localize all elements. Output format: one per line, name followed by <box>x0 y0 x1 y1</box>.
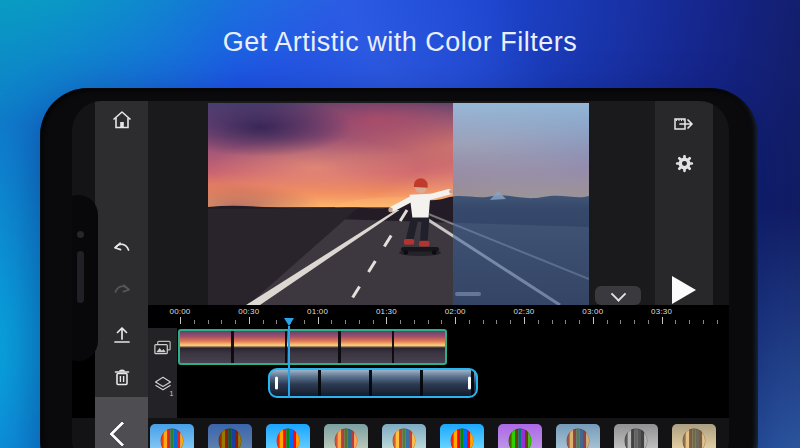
ruler-tick <box>703 320 704 324</box>
ruler-label: 03:00 <box>569 307 617 316</box>
ruler-tick <box>249 317 250 324</box>
ruler-label: 00:30 <box>225 307 273 316</box>
ruler-tick <box>318 317 319 324</box>
ruler-tick <box>634 320 635 324</box>
redo-button[interactable] <box>95 271 148 313</box>
balloon-thumbnail <box>208 424 252 448</box>
ruler-tick <box>620 320 621 324</box>
balloon-thumbnail <box>324 424 368 448</box>
chevron-down-icon <box>610 286 626 302</box>
filter-item[interactable]: Noir <box>614 424 658 448</box>
ruler-label: 00:00 <box>156 307 204 316</box>
ruler-tick <box>208 320 209 324</box>
balloon-thumbnail <box>614 424 658 448</box>
ruler-tick <box>510 320 511 324</box>
ruler-label: 01:30 <box>362 307 410 316</box>
overlay-clip[interactable] <box>268 368 478 398</box>
filter-item[interactable]: Ochre <box>672 424 716 448</box>
filter-item[interactable]: Memory <box>556 424 600 448</box>
phone-screen: 00:0000:3001:0001:3002:0002:3003:0003:30 <box>72 101 729 448</box>
ruler-tick <box>235 320 236 324</box>
home-icon <box>110 108 134 132</box>
filter-item[interactable]: Modern <box>440 424 484 448</box>
media-track-button[interactable] <box>152 328 173 367</box>
produce-export-icon <box>671 111 697 137</box>
filter-item[interactable]: Nostalgia <box>382 424 426 448</box>
filter-item[interactable]: Hippie <box>266 424 310 448</box>
front-camera <box>77 231 84 238</box>
ruler-tick <box>607 320 608 324</box>
clip-trim-handle-right[interactable] <box>468 377 471 390</box>
timeline: 00:0000:3001:0001:3002:0002:3003:0003:30 <box>72 305 729 418</box>
preview-area <box>148 101 655 305</box>
ruler-tick <box>662 317 663 324</box>
ruler-tick <box>455 317 456 324</box>
speaker-slot <box>77 251 84 303</box>
timeline-ruler[interactable]: 00:0000:3001:0001:3002:0002:3003:0003:30 <box>72 305 729 328</box>
ruler-tick <box>194 320 195 324</box>
filter-item[interactable]: Coffee <box>324 424 368 448</box>
ruler-tick <box>689 320 690 324</box>
undo-button[interactable] <box>95 229 148 271</box>
ruler-tick <box>524 317 525 324</box>
balloon-thumbnail <box>440 424 484 448</box>
filter-strip[interactable]: Crescent <box>148 418 729 448</box>
home-button[interactable] <box>95 101 148 141</box>
export-project-button[interactable] <box>95 314 148 356</box>
ruler-tick <box>593 317 594 324</box>
playhead[interactable] <box>284 318 294 398</box>
ruler-tick <box>441 320 442 324</box>
collapse-timeline-button[interactable] <box>595 286 641 305</box>
chevron-left-icon <box>109 421 134 446</box>
ruler-tick <box>552 320 553 324</box>
settings-gear-icon <box>673 152 696 175</box>
filter-item[interactable]: Matrix <box>498 424 542 448</box>
ruler-tick <box>304 320 305 324</box>
settings-button[interactable] <box>655 142 713 184</box>
filter-bar: Crescent <box>72 418 729 448</box>
overlay-track-button[interactable]: 1 <box>153 369 173 399</box>
export-project-icon <box>110 323 134 347</box>
ruler-label: 01:00 <box>294 307 342 316</box>
ruler-tick <box>276 320 277 324</box>
produce-button[interactable] <box>655 103 713 145</box>
filter-item[interactable]: Crescent <box>150 424 194 448</box>
balloon-thumbnail <box>556 424 600 448</box>
ruler-tick <box>373 320 374 324</box>
ruler-tick <box>538 320 539 324</box>
mini-scrubber <box>455 292 481 296</box>
filter-item[interactable]: Gloom <box>208 424 252 448</box>
ruler-tick <box>180 317 181 324</box>
right-toolbar <box>655 101 713 305</box>
ruler-tick <box>263 320 264 324</box>
ruler-tick <box>717 320 718 324</box>
track-header-column: 1 <box>148 328 177 418</box>
ruler-tick <box>483 320 484 324</box>
page-title: Get Artistic with Color Filters <box>0 27 800 58</box>
camera-notch <box>72 195 98 361</box>
ruler-tick <box>428 320 429 324</box>
play-icon <box>672 276 696 304</box>
ruler-tick <box>345 320 346 324</box>
balloon-thumbnail <box>382 424 426 448</box>
delete-button[interactable] <box>95 356 148 398</box>
ruler-tick <box>221 320 222 324</box>
balloon-thumbnail <box>672 424 716 448</box>
ruler-tick <box>565 320 566 324</box>
main-video-clip[interactable] <box>178 329 447 365</box>
collapse-left-button[interactable] <box>95 397 148 448</box>
ruler-tick <box>675 320 676 324</box>
ruler-tick <box>469 320 470 324</box>
ruler-tick <box>414 320 415 324</box>
ruler-tick <box>648 320 649 324</box>
ruler-label: 02:30 <box>500 307 548 316</box>
ruler-tick <box>331 320 332 324</box>
overlay-track-badge: 1 <box>170 390 174 397</box>
promo-background: Get Artistic with Color Filters <box>0 0 800 448</box>
ruler-tick <box>400 320 401 324</box>
clip-trim-handle-left[interactable] <box>275 377 278 390</box>
color-filter-split-overlay <box>453 103 589 305</box>
play-button[interactable] <box>655 269 713 311</box>
ruler-tick <box>359 320 360 324</box>
balloon-thumbnail <box>150 424 194 448</box>
